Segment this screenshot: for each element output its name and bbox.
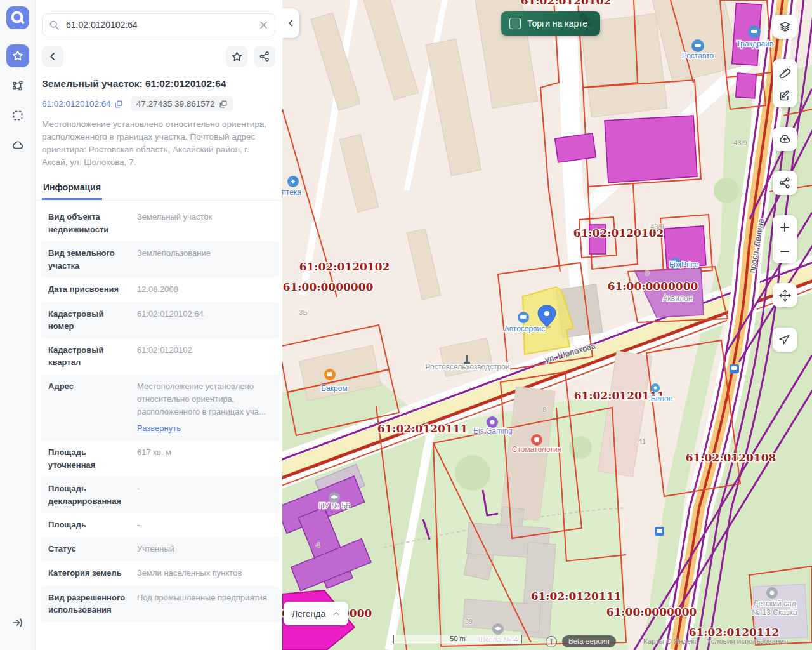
svg-text:4: 4 bbox=[316, 541, 320, 549]
favorite-button[interactable] bbox=[226, 46, 247, 67]
app-logo-icon[interactable] bbox=[6, 6, 29, 29]
cadastral-number-text: 61:02:0120102:64 bbox=[42, 99, 111, 109]
row-value: Земельный участок bbox=[137, 211, 272, 235]
table-row: Кадастровый квартал 61:02:0120102 bbox=[41, 338, 279, 375]
cloud-upload-icon bbox=[778, 132, 792, 146]
svg-text:Белое: Белое bbox=[651, 394, 673, 403]
search-icon bbox=[49, 20, 60, 30]
zoom-out-button[interactable] bbox=[773, 239, 797, 263]
exit-icon bbox=[11, 616, 24, 629]
svg-text:Стоматология: Стоматология bbox=[512, 445, 562, 454]
row-value: Местоположение установлено относительно … bbox=[137, 380, 272, 435]
info-icon[interactable]: i bbox=[546, 636, 557, 647]
sidebar-item-select-area[interactable] bbox=[6, 104, 29, 127]
row-label: Площадь bbox=[48, 519, 128, 531]
svg-text:39: 39 bbox=[465, 618, 473, 625]
map-canvas[interactable]: 61:02:0120102 61:02:0120102 61:00:000000… bbox=[282, 0, 812, 650]
row-value: Земли населенных пунктов bbox=[137, 567, 272, 580]
trades-on-map-toggle[interactable]: Торги на карте bbox=[501, 11, 600, 36]
attribution-terms-link[interactable]: Условия использования bbox=[707, 637, 788, 645]
page-title: Земельный участок: 61:02:0120102:64 bbox=[36, 67, 282, 90]
chevron-up-icon bbox=[332, 610, 340, 618]
pharmacy-icon bbox=[287, 176, 299, 187]
sidebar-item-favorites[interactable] bbox=[6, 44, 29, 67]
clear-search-icon[interactable] bbox=[259, 20, 268, 30]
svg-text:61:02:0120102: 61:02:0120102 bbox=[299, 260, 390, 273]
table-row: Кадастровый номер 61:02:0120102:64 bbox=[41, 302, 279, 338]
svg-text:Fix Price: Fix Price bbox=[669, 260, 699, 269]
table-row: Площадь декларированная - bbox=[41, 477, 279, 513]
zoom-in-button[interactable] bbox=[773, 215, 797, 239]
map-attribution: Карты © Яндекс Условия использования bbox=[643, 637, 788, 645]
object-description: Местоположение установлено относительно … bbox=[36, 111, 282, 168]
layers-button[interactable] bbox=[773, 15, 797, 39]
row-label: Площадь декларированная bbox=[48, 482, 128, 507]
svg-text:Аквилон: Аквилон bbox=[663, 294, 693, 303]
move-icon bbox=[778, 289, 792, 302]
polygon-tool-icon bbox=[11, 79, 24, 92]
row-label: Площадь уточненная bbox=[48, 446, 128, 471]
svg-text:61:02:0120111: 61:02:0120111 bbox=[531, 590, 622, 602]
svg-text:43/9: 43/9 bbox=[650, 223, 664, 230]
row-value: Учтенный bbox=[137, 543, 272, 555]
svg-text:61:02:0120108: 61:02:0120108 bbox=[686, 451, 776, 464]
dentist-icon bbox=[531, 434, 542, 446]
table-row: Вид объекта недвижимости Земельный участ… bbox=[41, 205, 279, 241]
cadastral-number-chip[interactable]: 61:02:0120102:64 bbox=[42, 99, 123, 109]
svg-text:Детский сад: Детский сад bbox=[753, 599, 796, 608]
row-label: Вид разрешенного использования bbox=[48, 592, 128, 616]
svg-text:Тракдрайв: Тракдрайв bbox=[737, 39, 774, 48]
row-label: Дата присвоения bbox=[48, 283, 128, 296]
expand-address-link[interactable]: Развернуть bbox=[137, 422, 181, 435]
pan-button[interactable] bbox=[773, 283, 797, 307]
back-button[interactable] bbox=[42, 46, 63, 67]
car-service-icon bbox=[518, 312, 529, 323]
svg-text:61:02:0120102: 61:02:0120102 bbox=[521, 0, 612, 7]
legend-label: Легенда bbox=[292, 609, 325, 619]
svg-text:ПУ № 56: ПУ № 56 bbox=[318, 501, 350, 510]
table-row: Площадь - bbox=[41, 513, 279, 537]
svg-text:61:02:0120112: 61:02:0120112 bbox=[689, 626, 780, 639]
search-input[interactable] bbox=[65, 19, 254, 30]
tab-information[interactable]: Информация bbox=[42, 178, 102, 200]
locate-button[interactable] bbox=[773, 328, 797, 352]
basemap-svg[interactable]: 61:02:0120102 61:02:0120102 61:00:000000… bbox=[282, 0, 812, 650]
layers-icon bbox=[778, 20, 792, 34]
car-service-icon bbox=[691, 39, 704, 52]
dashed-select-icon bbox=[11, 109, 24, 122]
measure-edit-controls bbox=[773, 59, 797, 107]
bus-stop-icon bbox=[655, 527, 664, 536]
upload-cloud-button[interactable] bbox=[773, 127, 797, 151]
logout-button[interactable] bbox=[6, 611, 29, 634]
plus-icon bbox=[779, 222, 790, 233]
legend-button[interactable]: Легенда bbox=[284, 602, 348, 625]
coordinates-chip[interactable]: 47.27435 39.861572 bbox=[131, 96, 233, 111]
pan-control bbox=[773, 283, 797, 307]
measure-button[interactable] bbox=[773, 59, 797, 83]
table-row: Категория земель Земли населенных пункто… bbox=[41, 561, 279, 585]
trades-checkbox[interactable] bbox=[509, 18, 521, 29]
row-label: Адрес bbox=[48, 380, 128, 435]
svg-text:Бакром: Бакром bbox=[321, 384, 347, 393]
svg-text:43/9: 43/9 bbox=[733, 139, 747, 147]
svg-text:Автосервис: Автосервис bbox=[504, 324, 546, 333]
edit-button[interactable] bbox=[773, 83, 797, 107]
chips-row: 61:02:0120102:64 47.27435 39.861572 bbox=[36, 90, 282, 111]
row-value: 61:02:0120102:64 bbox=[137, 308, 272, 333]
share-map-button[interactable] bbox=[773, 171, 797, 195]
sidebar-item-cloud[interactable] bbox=[6, 134, 29, 157]
table-row: Дата присвоения 12.08.2008 bbox=[41, 277, 279, 302]
zoom-controls bbox=[773, 215, 797, 263]
table-row: Вид земельного участка Землепользование bbox=[41, 241, 279, 277]
row-value: - bbox=[137, 482, 272, 507]
row-value: 617 кв. м bbox=[137, 446, 272, 471]
cafe-icon bbox=[324, 369, 336, 380]
collapse-panel-button[interactable] bbox=[282, 8, 299, 38]
sidebar-item-polygon-tool[interactable] bbox=[6, 74, 29, 97]
row-label: Вид объекта недвижимости bbox=[48, 211, 128, 235]
share-button[interactable] bbox=[254, 46, 275, 67]
coordinates-text: 47.27435 39.861572 bbox=[136, 99, 215, 109]
share-icon bbox=[778, 176, 791, 189]
row-value: Под промышленные предприятия bbox=[137, 592, 272, 616]
svg-text:№ 13 Сказка: № 13 Сказка bbox=[752, 608, 797, 617]
